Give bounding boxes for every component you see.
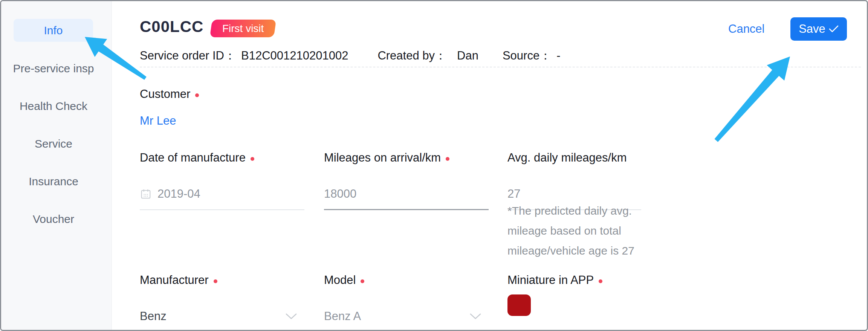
first-visit-badge: First visit	[210, 20, 277, 37]
required-dot	[446, 157, 449, 161]
mileages-on-arrival-input[interactable]: 18000	[324, 178, 489, 210]
service-order-id-value: B12C001210201002	[241, 49, 348, 63]
required-dot	[214, 279, 217, 283]
date-of-manufacture-value: 2019-04	[157, 187, 200, 201]
avg-daily-mileage-label: Avg. daily mileages/km	[507, 151, 627, 165]
sidebar-item-health-check[interactable]: Health Check	[1, 99, 106, 114]
required-dot	[251, 157, 254, 161]
service-order-id-label: Service order ID：	[140, 48, 236, 64]
miniature-field: Miniature in APP	[507, 273, 658, 287]
model-select[interactable]: Benz A	[324, 301, 489, 331]
service-order-meta: Service order ID： B12C001210201002 Creat…	[140, 48, 560, 64]
chevron-down-icon	[469, 313, 482, 320]
check-icon	[829, 25, 839, 33]
miniature-label: Miniature in APP	[507, 273, 594, 287]
manufacturer-value: Benz	[140, 310, 167, 323]
sidebar: Info Pre-service insp Health Check Servi…	[1, 1, 112, 330]
miniature-color-swatch[interactable]	[507, 294, 531, 316]
manufacturer-field: Manufacturer Benz	[140, 273, 304, 331]
required-dot	[599, 279, 602, 283]
source-value: -	[556, 49, 560, 63]
required-dot	[195, 93, 199, 97]
manufacturer-label: Manufacturer	[140, 273, 209, 287]
date-of-manufacture-field: Date of manufacture 2019-04	[140, 151, 304, 210]
customer-field-label-row: Customer	[140, 87, 199, 101]
model-value: Benz A	[324, 310, 361, 323]
annotation-arrow-save	[715, 56, 790, 142]
sidebar-item-pre-service-insp[interactable]: Pre-service insp	[1, 61, 106, 76]
mileages-on-arrival-value: 18000	[324, 187, 356, 201]
customer-link[interactable]: Mr Lee	[140, 114, 176, 128]
date-of-manufacture-input[interactable]: 2019-04	[140, 178, 304, 210]
manufacturer-select[interactable]: Benz	[140, 301, 304, 331]
header-divider	[140, 67, 861, 67]
page-title: C00LCC	[140, 18, 203, 36]
chevron-down-icon	[285, 313, 298, 320]
avg-daily-mileage-value: 27	[507, 187, 520, 201]
created-by-value: Dan	[457, 49, 478, 63]
customer-label: Customer	[140, 87, 190, 101]
calendar-icon	[140, 188, 152, 200]
date-of-manufacture-label: Date of manufacture	[140, 151, 246, 165]
save-button-label: Save	[799, 22, 825, 36]
sidebar-item-voucher[interactable]: Voucher	[1, 212, 106, 227]
avg-daily-mileage-note: *The predicted daily avg. mileage based …	[507, 201, 651, 261]
sidebar-item-service[interactable]: Service	[1, 136, 106, 151]
mileages-on-arrival-label: Mileages on arrival/km	[324, 151, 441, 165]
sidebar-item-insurance[interactable]: Insurance	[1, 174, 106, 189]
save-button[interactable]: Save	[790, 17, 847, 41]
source-label: Source：	[503, 48, 551, 64]
first-visit-badge-label: First visit	[222, 23, 264, 35]
cancel-button[interactable]: Cancel	[728, 22, 765, 36]
created-by-label: Created by：	[377, 48, 446, 64]
model-field: Model Benz A	[324, 273, 489, 331]
sidebar-item-info[interactable]: Info	[14, 19, 93, 42]
mileages-on-arrival-field: Mileages on arrival/km 18000	[324, 151, 489, 210]
required-dot	[361, 279, 364, 283]
service-order-page: Info Pre-service insp Health Check Servi…	[0, 0, 868, 331]
model-label: Model	[324, 273, 356, 287]
